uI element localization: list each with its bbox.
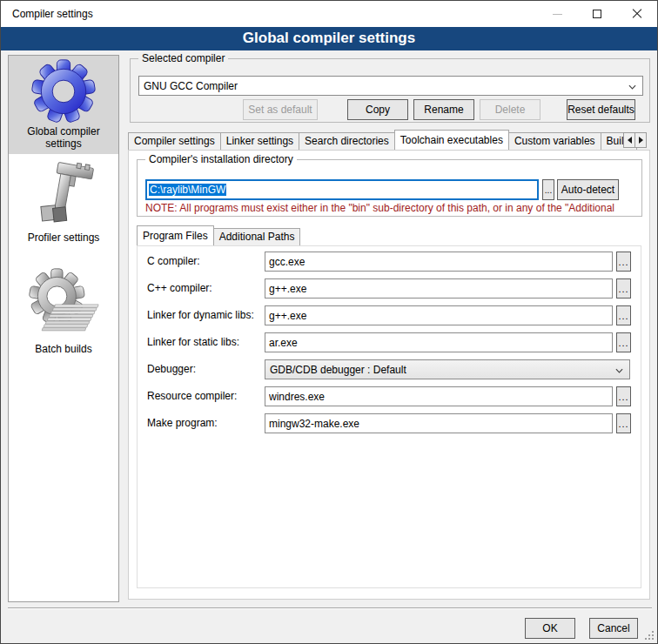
chevron-down-icon xyxy=(615,368,623,373)
arrow-left-icon xyxy=(628,137,632,144)
installation-note: NOTE: All programs must exist either in … xyxy=(145,202,638,214)
tab-custom-variables[interactable]: Custom variables xyxy=(508,132,601,150)
resource-compiler-input[interactable] xyxy=(265,386,613,406)
debugger-select[interactable]: GDB/CDB debugger : Default xyxy=(265,359,630,379)
resize-grip[interactable] xyxy=(645,631,654,640)
footer-separator xyxy=(8,607,652,609)
compiler-settings-dialog: Compiler settings Global compiler settin… xyxy=(0,0,658,644)
c-compiler-input[interactable] xyxy=(265,252,613,272)
settings-sidebar: Global compiler settings xyxy=(8,55,119,602)
field-label-linker-dynamic: Linker for dynamic libs: xyxy=(147,305,262,325)
c-compiler-browse-button[interactable]: ... xyxy=(616,252,631,272)
tab-scroll-right-button[interactable] xyxy=(634,132,647,148)
sidebar-item-label: Global compiler settings xyxy=(16,125,111,150)
make-program-browse-button[interactable]: ... xyxy=(616,413,631,433)
tab-toolchain-executables[interactable]: Toolchain executables xyxy=(394,130,509,150)
selected-compiler-group-label: Selected compiler xyxy=(138,52,228,64)
browse-directory-button[interactable]: ... xyxy=(542,179,554,200)
close-icon xyxy=(632,9,642,19)
debugger-select-value: GDB/CDB debugger : Default xyxy=(270,364,406,376)
blue-gear-icon xyxy=(30,57,97,124)
auto-detect-button[interactable]: Auto-detect xyxy=(557,179,619,200)
minimize-icon xyxy=(553,14,562,15)
sidebar-item-global-compiler-settings[interactable]: Global compiler settings xyxy=(9,56,118,154)
tab-scroll-left-button[interactable] xyxy=(623,132,635,148)
page-title: Global compiler settings xyxy=(1,27,657,50)
arrow-right-icon xyxy=(639,137,643,144)
field-label-make-program: Make program: xyxy=(147,413,262,433)
rename-button[interactable]: Rename xyxy=(413,99,474,120)
subtab-additional-paths[interactable]: Additional Paths xyxy=(213,228,301,245)
caliper-icon xyxy=(30,158,97,230)
reset-defaults-button[interactable]: Reset defaults xyxy=(567,99,635,120)
sidebar-item-label: Profiler settings xyxy=(16,231,111,244)
installation-directory-group-label: Compiler's installation directory xyxy=(145,153,297,165)
installation-directory-selected-text: C:\raylib\MinGW xyxy=(149,184,226,196)
program-files-tabstrip: Program Files Additional Paths xyxy=(137,225,299,245)
make-program-input[interactable] xyxy=(265,413,613,433)
close-button[interactable] xyxy=(617,1,657,27)
maximize-icon xyxy=(593,10,601,18)
linker-static-browse-button[interactable]: ... xyxy=(616,332,631,352)
ok-button[interactable]: OK xyxy=(525,618,575,639)
sidebar-item-batch-builds[interactable]: Batch builds xyxy=(9,265,118,367)
field-label-cpp-compiler: C++ compiler: xyxy=(147,278,262,299)
gray-gear-stack-icon xyxy=(27,265,100,341)
sidebar-item-label: Batch builds xyxy=(16,343,111,355)
minimize-button[interactable] xyxy=(537,1,577,27)
titlebar: Compiler settings xyxy=(1,1,657,27)
chevron-down-icon xyxy=(628,84,636,90)
delete-button[interactable]: Delete xyxy=(480,99,540,120)
subtab-program-files[interactable]: Program Files xyxy=(137,225,214,245)
sidebar-item-profiler-settings[interactable]: Profiler settings xyxy=(9,158,118,252)
field-label-linker-static: Linker for static libs: xyxy=(147,332,262,352)
field-label-debugger: Debugger: xyxy=(147,359,262,379)
tab-linker-settings[interactable]: Linker settings xyxy=(220,132,299,150)
cancel-button[interactable]: Cancel xyxy=(589,618,638,639)
field-label-resource-compiler: Resource compiler: xyxy=(147,386,262,406)
compiler-select[interactable]: GNU GCC Compiler xyxy=(138,76,643,96)
compiler-select-value: GNU GCC Compiler xyxy=(144,80,238,92)
installation-directory-input[interactable]: C:\raylib\MinGW xyxy=(145,179,539,200)
resource-compiler-browse-button[interactable]: ... xyxy=(616,386,631,406)
tab-search-directories[interactable]: Search directories xyxy=(299,132,395,150)
settings-tabstrip: Compiler settings Linker settings Search… xyxy=(128,130,650,150)
set-as-default-button[interactable]: Set as default xyxy=(243,99,318,120)
linker-dynamic-browse-button[interactable]: ... xyxy=(616,305,631,325)
linker-dynamic-input[interactable] xyxy=(265,305,613,325)
field-label-c-compiler: C compiler: xyxy=(147,252,262,272)
titlebar-buttons xyxy=(537,1,657,27)
maximize-button[interactable] xyxy=(577,1,617,27)
tab-scroll-arrows xyxy=(624,132,647,148)
window-title: Compiler settings xyxy=(12,8,93,20)
cpp-compiler-input[interactable] xyxy=(265,278,613,299)
copy-button[interactable]: Copy xyxy=(347,99,408,120)
tab-compiler-settings[interactable]: Compiler settings xyxy=(128,132,221,150)
linker-static-input[interactable] xyxy=(265,332,613,352)
cpp-compiler-browse-button[interactable]: ... xyxy=(616,278,631,299)
